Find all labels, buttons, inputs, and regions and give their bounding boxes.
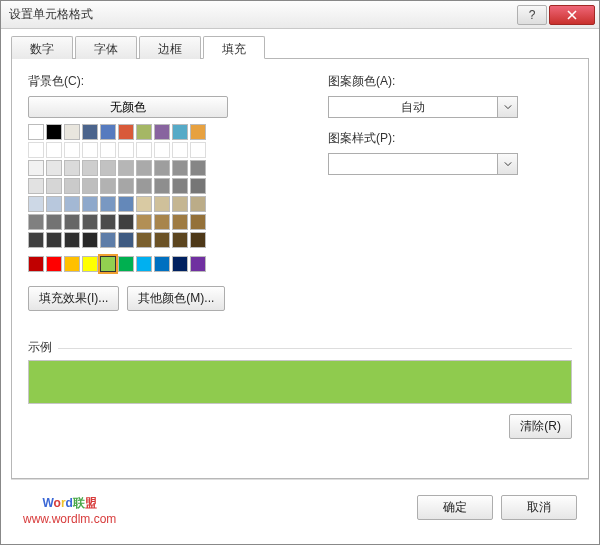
color-swatch[interactable] bbox=[100, 160, 116, 176]
color-swatch[interactable] bbox=[136, 214, 152, 230]
color-swatch[interactable] bbox=[100, 232, 116, 248]
color-swatch[interactable] bbox=[82, 178, 98, 194]
color-swatch[interactable] bbox=[46, 178, 62, 194]
color-swatch[interactable] bbox=[46, 196, 62, 212]
color-swatch[interactable] bbox=[64, 124, 80, 140]
close-button[interactable] bbox=[549, 5, 595, 25]
cancel-button[interactable]: 取消 bbox=[501, 495, 577, 520]
chevron-down-icon bbox=[497, 97, 517, 117]
color-swatch[interactable] bbox=[154, 196, 170, 212]
more-colors-button[interactable]: 其他颜色(M)... bbox=[127, 286, 225, 311]
tab-fill[interactable]: 填充 bbox=[203, 36, 265, 59]
window-controls: ? bbox=[515, 5, 595, 25]
color-swatch[interactable] bbox=[190, 178, 206, 194]
color-swatch[interactable] bbox=[100, 124, 116, 140]
color-swatch[interactable] bbox=[118, 160, 134, 176]
color-swatch[interactable] bbox=[46, 124, 62, 140]
tab-number[interactable]: 数字 bbox=[11, 36, 73, 59]
color-swatch[interactable] bbox=[82, 214, 98, 230]
color-swatch[interactable] bbox=[82, 124, 98, 140]
color-swatch[interactable] bbox=[190, 124, 206, 140]
color-swatch[interactable] bbox=[118, 232, 134, 248]
color-swatch[interactable] bbox=[190, 160, 206, 176]
tab-font[interactable]: 字体 bbox=[75, 36, 137, 59]
color-swatch[interactable] bbox=[136, 178, 152, 194]
color-swatch[interactable] bbox=[136, 196, 152, 212]
color-swatch[interactable] bbox=[82, 232, 98, 248]
color-swatch[interactable] bbox=[64, 160, 80, 176]
tab-border[interactable]: 边框 bbox=[139, 36, 201, 59]
color-swatch[interactable] bbox=[100, 178, 116, 194]
color-swatch[interactable] bbox=[64, 178, 80, 194]
color-swatch[interactable] bbox=[28, 178, 44, 194]
color-swatch[interactable] bbox=[172, 232, 188, 248]
color-swatch[interactable] bbox=[118, 196, 134, 212]
color-swatch[interactable] bbox=[172, 214, 188, 230]
standard-color-swatch[interactable] bbox=[172, 256, 188, 272]
color-swatch[interactable] bbox=[154, 160, 170, 176]
color-swatch[interactable] bbox=[28, 232, 44, 248]
color-swatch[interactable] bbox=[136, 160, 152, 176]
color-swatch[interactable] bbox=[136, 124, 152, 140]
color-swatch[interactable] bbox=[154, 178, 170, 194]
color-swatch[interactable] bbox=[28, 124, 44, 140]
standard-color-swatch[interactable] bbox=[154, 256, 170, 272]
color-swatch[interactable] bbox=[82, 142, 98, 158]
standard-color-swatch[interactable] bbox=[64, 256, 80, 272]
color-swatch[interactable] bbox=[82, 160, 98, 176]
fill-effects-button[interactable]: 填充效果(I)... bbox=[28, 286, 119, 311]
standard-color-swatch[interactable] bbox=[28, 256, 44, 272]
ok-button[interactable]: 确定 bbox=[417, 495, 493, 520]
color-swatch[interactable] bbox=[172, 178, 188, 194]
color-swatch[interactable] bbox=[46, 214, 62, 230]
standard-color-swatch[interactable] bbox=[82, 256, 98, 272]
color-swatch[interactable] bbox=[154, 232, 170, 248]
color-swatch[interactable] bbox=[100, 196, 116, 212]
color-swatch[interactable] bbox=[46, 142, 62, 158]
clear-button[interactable]: 清除(R) bbox=[509, 414, 572, 439]
standard-color-swatch[interactable] bbox=[100, 256, 116, 272]
pattern-style-label: 图案样式(P): bbox=[328, 130, 572, 147]
color-swatch[interactable] bbox=[190, 142, 206, 158]
color-swatch[interactable] bbox=[154, 124, 170, 140]
color-swatch[interactable] bbox=[46, 160, 62, 176]
color-swatch[interactable] bbox=[28, 214, 44, 230]
standard-color-row bbox=[28, 256, 288, 272]
standard-color-swatch[interactable] bbox=[118, 256, 134, 272]
standard-color-swatch[interactable] bbox=[136, 256, 152, 272]
color-swatch[interactable] bbox=[172, 160, 188, 176]
color-swatch[interactable] bbox=[172, 124, 188, 140]
color-swatch[interactable] bbox=[172, 142, 188, 158]
color-swatch[interactable] bbox=[190, 214, 206, 230]
color-swatch[interactable] bbox=[64, 232, 80, 248]
pattern-color-combo[interactable]: 自动 bbox=[328, 96, 518, 118]
tab-fill-pane: 背景色(C): 无颜色 填充效果(I)... 其他颜色(M)... 图案颜色(A… bbox=[11, 59, 589, 479]
color-swatch[interactable] bbox=[100, 142, 116, 158]
standard-color-swatch[interactable] bbox=[46, 256, 62, 272]
color-swatch[interactable] bbox=[154, 142, 170, 158]
tabstrip: 数字 字体 边框 填充 bbox=[11, 35, 589, 59]
color-swatch[interactable] bbox=[28, 196, 44, 212]
color-swatch[interactable] bbox=[28, 142, 44, 158]
pattern-style-combo[interactable] bbox=[328, 153, 518, 175]
color-swatch[interactable] bbox=[190, 196, 206, 212]
color-swatch[interactable] bbox=[82, 196, 98, 212]
color-swatch[interactable] bbox=[190, 232, 206, 248]
color-swatch[interactable] bbox=[64, 214, 80, 230]
color-swatch[interactable] bbox=[172, 196, 188, 212]
help-button[interactable]: ? bbox=[517, 5, 547, 25]
color-swatch[interactable] bbox=[136, 232, 152, 248]
standard-color-swatch[interactable] bbox=[190, 256, 206, 272]
no-color-button[interactable]: 无颜色 bbox=[28, 96, 228, 118]
color-swatch[interactable] bbox=[118, 142, 134, 158]
color-swatch[interactable] bbox=[46, 232, 62, 248]
color-swatch[interactable] bbox=[100, 214, 116, 230]
color-swatch[interactable] bbox=[118, 178, 134, 194]
color-swatch[interactable] bbox=[64, 196, 80, 212]
color-swatch[interactable] bbox=[118, 214, 134, 230]
color-swatch[interactable] bbox=[118, 124, 134, 140]
color-swatch[interactable] bbox=[64, 142, 80, 158]
color-swatch[interactable] bbox=[154, 214, 170, 230]
color-swatch[interactable] bbox=[28, 160, 44, 176]
color-swatch[interactable] bbox=[136, 142, 152, 158]
